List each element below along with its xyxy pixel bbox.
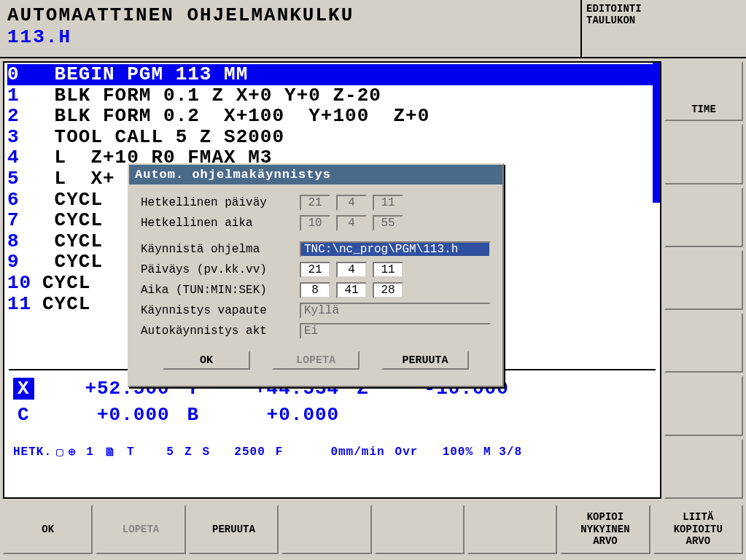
header-right: EDITOINTI TAULUKON [582,0,746,57]
status-ovr: Ovr 100% [395,446,473,459]
side-button-empty[interactable] [664,376,743,435]
release-label: Käynnistys vapaute [141,304,294,317]
dialog-ok-button[interactable]: OK [163,351,250,370]
softkey-empty[interactable] [467,505,557,554]
row-current-date: Hetkellinen päiväy 21 4 11 [141,195,491,211]
date-m[interactable]: 4 [336,262,367,278]
softkey-ok[interactable]: OK [3,505,93,554]
status-row: HETK. ▢ ⊕ 1 🗎 T 5 Z S 2500 F 0mm/min Ovr… [13,445,651,459]
date-d[interactable]: 21 [300,262,330,278]
time-m[interactable]: 41 [336,282,367,298]
mode-small-1: EDITOINTI [586,3,742,15]
line-number: 4 [7,147,42,168]
scroll-indicator[interactable] [653,63,660,203]
sidebar: TIME [664,58,746,502]
softkey-lopeta[interactable]: LOPETA [96,505,185,554]
date-label: Päiväys (pv.kk.vv) [141,263,294,276]
cur-date-m: 4 [336,195,367,211]
softkey-peruuta[interactable]: PERUUTA [189,505,279,554]
dro-row-2: C+0.000B+0.000 [13,404,651,426]
line-number: 1 [7,85,42,106]
program-line[interactable]: 3 TOOL CALL 5 Z S2000 [7,127,657,148]
status-datum: 1 [86,446,94,459]
line-number: 10 [7,273,42,294]
status-doc-icon: 🗎 [104,446,117,459]
current-time-label: Hetkellinen aika [141,217,294,230]
line-number: 9 [7,252,42,273]
side-button-time[interactable]: TIME [664,61,743,121]
row-release: Käynnistys vapaute Kyllä [141,303,491,319]
dialog-stop-button[interactable]: LOPETA [272,351,360,370]
mode-small-2: TAULUKON [586,15,742,26]
row-current-time: Hetkellinen aika 10 4 55 [141,215,491,231]
dialog-buttons: OK LOPETA PERUUTA [141,343,491,378]
dialog-cancel-button[interactable]: PERUUTA [381,351,469,370]
status-t: T 5 [127,446,174,459]
dro-value: +0.000 [208,404,339,426]
line-number: 7 [7,210,42,231]
side-button-empty[interactable] [664,439,743,499]
program-label: Käynnistä ohjelma [141,243,294,256]
program-name: 113.H [7,26,573,48]
line-number: 11 [7,294,42,315]
program-line[interactable]: 2 BLK FORM 0.2 X+100 Y+100 Z+0 [7,106,657,127]
time-h[interactable]: 8 [300,282,330,298]
status-s: S 2500 [203,446,265,459]
cur-time-h: 10 [300,215,330,231]
softkey-empty[interactable] [281,505,371,554]
date-y[interactable]: 11 [373,262,403,278]
autostart-dialog: Autom. ohjelmakäynnistys Hetkellinen päi… [128,163,504,387]
softkey-liitä[interactable]: LIITÄ KOPIOITU ARVO [653,505,743,554]
auto-label: Autokäynnistys akt [141,324,294,338]
line-number: 3 [7,127,42,148]
row-auto: Autokäynnistys akt Ei [141,323,491,339]
row-time: Aika (TUN:MIN:SEK) 8 41 28 [141,282,491,298]
line-number: 0 [7,64,42,85]
cur-time-m: 4 [336,215,367,231]
program-path-field[interactable]: TNC:\nc_prog\PGM\113.h [300,241,491,257]
row-program: Käynnistä ohjelma TNC:\nc_prog\PGM\113.h [141,241,491,257]
program-line[interactable]: 1 BLK FORM 0.1 Z X+0 Y+0 Z-20 [7,85,657,106]
release-value: Kyllä [300,303,491,319]
cur-time-s: 55 [373,215,403,231]
header-left: AUTOMAATTINEN OHJELMANKULKU 113.H [0,0,582,57]
dro-label: X [13,378,34,400]
dro-value: +0.000 [39,404,170,426]
auto-value: Ei [300,323,491,339]
side-button-empty[interactable] [664,124,743,184]
status-hetk: HETK. ▢ ⊕ [13,445,76,459]
dro-axis-b: B+0.000 [183,404,340,426]
line-number: 8 [7,231,42,252]
side-button-empty[interactable] [664,313,743,373]
side-button-empty[interactable] [664,250,743,310]
cur-date-y: 11 [373,195,403,211]
status-z: Z [184,446,193,459]
mode-title: AUTOMAATTINEN OHJELMANKULKU [7,4,573,26]
line-number: 6 [7,190,42,211]
dro-label: B [183,404,204,426]
line-number: 2 [7,106,42,127]
status-m: M 3/8 [483,446,522,459]
side-button-empty[interactable] [664,187,743,247]
time-s[interactable]: 28 [373,282,403,298]
time-label: Aika (TUN:MIN:SEK) [141,284,294,297]
row-date: Päiväys (pv.kk.vv) 21 4 11 [141,262,491,278]
dialog-title: Autom. ohjelmakäynnistys [129,165,502,184]
softkey-kopioi[interactable]: KOPIOI NYKYINEN ARVO [560,505,650,554]
header: AUTOMAATTINEN OHJELMANKULKU 113.H EDITOI… [0,0,746,58]
program-line[interactable]: 0 BEGIN PGM 113 MM [7,64,657,85]
softkey-empty[interactable] [375,505,465,554]
status-f: F 0mm/min [276,446,385,459]
dro-label: C [13,404,34,426]
cur-date-d: 21 [300,195,330,211]
dialog-body: Hetkellinen päiväy 21 4 11 Hetkellinen a… [129,184,502,386]
line-number: 5 [7,168,42,190]
dro-axis-c: C+0.000 [13,404,170,426]
current-date-label: Hetkellinen päiväy [141,196,294,209]
softkey-row: OKLOPETAPERUUTAKOPIOI NYKYINEN ARVOLIITÄ… [0,502,746,557]
